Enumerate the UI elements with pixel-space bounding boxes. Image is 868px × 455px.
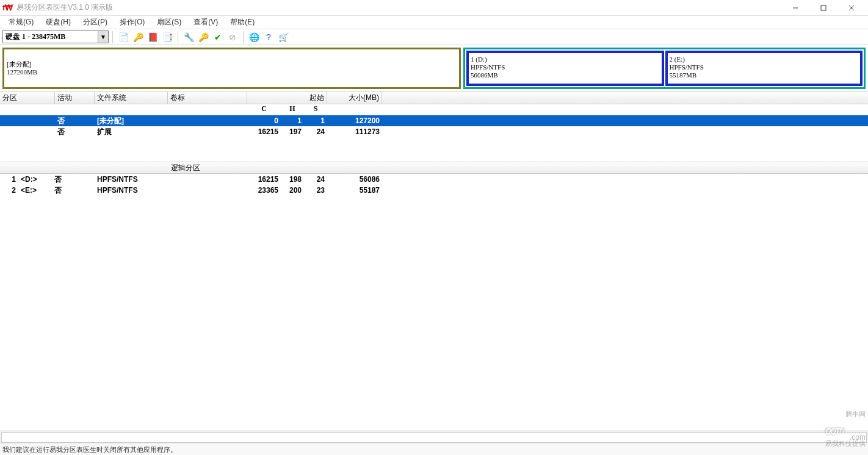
- cell-c: 16215: [247, 175, 281, 184]
- partition-table: 分区 活动 文件系统 卷标 起始 大小(MB) C H S 否 [未分配] 0 …: [0, 91, 868, 196]
- menu-partition[interactable]: 分区(P): [77, 16, 114, 29]
- toolbar-stop-icon[interactable]: ⊘: [226, 30, 239, 44]
- cell-h: 1: [281, 116, 304, 125]
- watermark-domain: QQTN: [825, 427, 844, 435]
- menu-help[interactable]: 帮助(E): [224, 16, 261, 29]
- cell-fs: 扩展: [95, 127, 168, 137]
- table-header: 分区 活动 文件系统 卷标 起始 大小(MB): [0, 92, 868, 104]
- cell-fs: [未分配]: [95, 116, 168, 126]
- table-row[interactable]: 否 扩展 16215 197 24 111273: [0, 126, 868, 137]
- minimize-button[interactable]: [781, 1, 809, 15]
- svg-rect-1: [821, 5, 826, 10]
- cell-idx: 2: [0, 186, 18, 195]
- watermark: 腾牛网 QQTN .com 易我科技提供: [825, 411, 866, 446]
- diskmap-extended: 1 (D:) HPFS/NTFS 56086MB 2 (E:) HPFS/NTF…: [463, 48, 866, 89]
- menu-disk[interactable]: 硬盘(H): [40, 16, 77, 29]
- toolbar-key-icon[interactable]: 🔑: [197, 30, 210, 44]
- disk-selector[interactable]: 硬盘 1 - 238475MB ▼: [2, 30, 109, 43]
- menu-operation[interactable]: 操作(O): [114, 16, 151, 29]
- status-panel: [1, 432, 867, 443]
- diskmap-unallocated[interactable]: [未分配] 127200MB: [2, 48, 461, 89]
- cell-s: 24: [304, 175, 327, 184]
- disk-map: [未分配] 127200MB 1 (D:) HPFS/NTFS 56086MB …: [0, 45, 868, 91]
- col-active[interactable]: 活动: [55, 92, 95, 104]
- app-icon: f₩: [2, 3, 13, 12]
- diskmap-partition-e[interactable]: 2 (E:) HPFS/NTFS 55187MB: [665, 51, 863, 86]
- disk-selector-value: 硬盘 1 - 238475MB: [3, 32, 98, 42]
- cell-active: 否: [52, 185, 95, 196]
- col-filesystem[interactable]: 文件系统: [95, 92, 168, 104]
- logical-partition-header: 逻辑分区: [0, 162, 868, 174]
- col-size[interactable]: 大小(MB): [327, 92, 382, 104]
- maximize-button[interactable]: [809, 1, 837, 15]
- cell-size: 111273: [327, 127, 382, 136]
- toolbar: 硬盘 1 - 238475MB ▼ 📄 🔑 📕 📑 🔧 🔑 ✔ ⊘ 🌐 ? 🛒: [0, 29, 868, 45]
- diskmap-partition-d[interactable]: 1 (D:) HPFS/NTFS 56086MB: [466, 51, 664, 86]
- chevron-down-icon: ▼: [98, 31, 108, 43]
- subcol-c: C: [247, 104, 281, 115]
- cell-c: 16215: [247, 127, 281, 136]
- menu-view[interactable]: 查看(V): [187, 16, 224, 29]
- toolbar-key-red-icon[interactable]: 🔑: [131, 30, 145, 44]
- part-title: 1 (D:): [471, 56, 660, 63]
- footer-hint: 我们建议在运行易我分区表医生时关闭所有其他应用程序。: [0, 444, 868, 455]
- cell-s: 1: [304, 116, 327, 125]
- toolbar-separator: [178, 31, 178, 43]
- toolbar-separator: [112, 31, 113, 43]
- status-bar: [0, 431, 868, 444]
- toolbar-page2-icon[interactable]: 📑: [161, 30, 174, 44]
- col-partition[interactable]: 分区: [0, 92, 55, 104]
- cell-h: 197: [281, 127, 304, 136]
- toolbar-separator: [243, 31, 244, 43]
- cell-size: 127200: [327, 116, 382, 125]
- watermark-brand: 腾牛网: [825, 411, 866, 417]
- cell-s: 24: [304, 127, 327, 136]
- cell-fs: HPFS/NTFS: [95, 186, 168, 195]
- cell-c: 0: [247, 116, 281, 125]
- window-title: 易我分区表医生V3.1.0 演示版: [16, 2, 781, 13]
- toolbar-check-icon[interactable]: ✔: [211, 30, 225, 44]
- col-start[interactable]: 起始: [247, 92, 327, 104]
- cell-size: 56086: [327, 175, 382, 184]
- cell-size: 55187: [327, 186, 382, 195]
- toolbar-cart-icon[interactable]: 🛒: [277, 30, 290, 44]
- cell-h: 200: [281, 186, 304, 195]
- toolbar-page-icon[interactable]: 📄: [117, 30, 130, 44]
- watermark-slogan: 易我科技提供: [825, 440, 866, 446]
- close-button[interactable]: [837, 1, 866, 15]
- menu-sector[interactable]: 扇区(S): [151, 16, 187, 29]
- part-size: 55187MB: [670, 71, 859, 79]
- part-fs: HPFS/NTFS: [471, 63, 660, 71]
- table-subheader: C H S: [0, 104, 868, 115]
- cell-h: 198: [281, 175, 304, 184]
- cell-drive: <E:>: [18, 186, 52, 195]
- unalloc-size: 127200MB: [7, 68, 457, 76]
- cell-drive: <D:>: [18, 175, 52, 184]
- cell-fs: HPFS/NTFS: [95, 175, 168, 184]
- toolbar-wrench-icon[interactable]: 🔧: [182, 30, 195, 44]
- toolbar-disk-icon[interactable]: 📕: [146, 30, 159, 44]
- menu-bar: 常规(G) 硬盘(H) 分区(P) 操作(O) 扇区(S) 查看(V) 帮助(E…: [0, 16, 868, 29]
- menu-general[interactable]: 常规(G): [2, 16, 40, 29]
- part-fs: HPFS/NTFS: [670, 63, 859, 71]
- cell-active: 否: [55, 116, 95, 126]
- subcol-s: S: [304, 104, 327, 115]
- unalloc-label: [未分配]: [7, 60, 457, 68]
- title-bar: f₩ 易我分区表医生V3.1.0 演示版: [0, 0, 868, 16]
- cell-c: 23365: [247, 186, 281, 195]
- subcol-h: H: [281, 104, 304, 115]
- part-size: 56086MB: [471, 71, 660, 79]
- col-label[interactable]: 卷标: [168, 92, 247, 104]
- table-row[interactable]: 2 <E:> 否 HPFS/NTFS 23365 200 23 55187: [0, 185, 868, 196]
- cell-active: 否: [52, 174, 95, 185]
- part-title: 2 (E:): [670, 56, 859, 63]
- toolbar-help-icon[interactable]: ?: [262, 30, 275, 44]
- cell-s: 23: [304, 186, 327, 195]
- logical-header-label: 逻辑分区: [171, 163, 200, 173]
- toolbar-globe-icon[interactable]: 🌐: [247, 30, 261, 44]
- table-row[interactable]: 否 [未分配] 0 1 1 127200: [0, 115, 868, 126]
- cell-active: 否: [55, 127, 95, 137]
- cell-idx: 1: [0, 175, 18, 184]
- table-row[interactable]: 1 <D:> 否 HPFS/NTFS 16215 198 24 56086: [0, 174, 868, 185]
